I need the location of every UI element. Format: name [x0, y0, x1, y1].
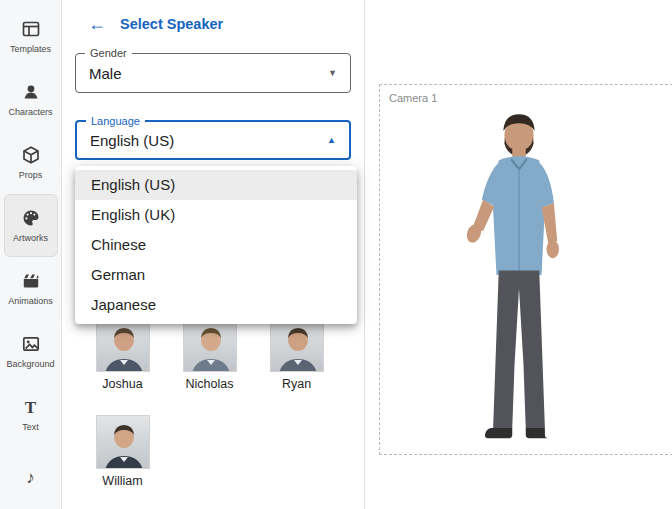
- speaker-ryan[interactable]: Ryan: [253, 318, 340, 391]
- sidebar-item-background[interactable]: Background: [4, 320, 58, 383]
- speaker-photo: [183, 318, 237, 372]
- speaker-william[interactable]: William: [79, 415, 166, 488]
- sidebar-item-templates[interactable]: Templates: [4, 5, 58, 68]
- app-window: Templates Characters Props Artworks Anim: [0, 0, 672, 509]
- props-icon: [21, 145, 41, 165]
- speaker-nicholas[interactable]: Nicholas: [166, 318, 253, 391]
- sidebar: Templates Characters Props Artworks Anim: [0, 0, 62, 509]
- language-options-menu: English (US) English (UK) Chinese German…: [75, 166, 357, 324]
- panel-header: ← Select Speaker: [62, 0, 364, 33]
- chevron-down-icon: ▼: [328, 68, 337, 79]
- camera-label: Camera 1: [389, 92, 437, 104]
- speaker-name: Joshua: [102, 377, 142, 391]
- menu-option-german[interactable]: German: [75, 260, 357, 290]
- text-icon: T: [21, 397, 41, 417]
- page-title: Select Speaker: [120, 16, 223, 32]
- editor-canvas: Camera 1: [365, 0, 672, 509]
- background-icon: [21, 334, 41, 354]
- speaker-photo: [96, 318, 150, 372]
- chevron-up-icon: ▲: [327, 135, 336, 146]
- gender-label: Gender: [85, 47, 132, 59]
- language-select[interactable]: Language English (US) ▲: [75, 120, 351, 160]
- animations-icon: [21, 271, 41, 291]
- sidebar-item-text[interactable]: T Text: [4, 383, 58, 446]
- gender-value: Male: [89, 65, 122, 82]
- speaker-name: William: [102, 474, 142, 488]
- speaker-panel: ← Select Speaker Gender Male ▼ Language …: [62, 0, 365, 509]
- sidebar-item-label: Background: [6, 359, 54, 369]
- sidebar-item-label: Characters: [8, 107, 52, 117]
- language-value: English (US): [90, 132, 174, 149]
- gender-select[interactable]: Gender Male ▼: [75, 53, 351, 93]
- sidebar-item-label: Text: [22, 422, 39, 432]
- speaker-photo: [270, 318, 324, 372]
- artworks-icon: [21, 208, 41, 228]
- speaker-name: Nicholas: [186, 377, 234, 391]
- sidebar-item-music[interactable]: ♪: [4, 446, 58, 509]
- back-button[interactable]: ←: [88, 15, 106, 33]
- speaker-joshua[interactable]: Joshua: [79, 318, 166, 391]
- sidebar-item-label: Artworks: [13, 233, 48, 243]
- character-avatar[interactable]: [440, 95, 598, 455]
- sidebar-item-props[interactable]: Props: [4, 131, 58, 194]
- sidebar-item-label: Templates: [10, 44, 51, 54]
- sidebar-item-label: Animations: [8, 296, 53, 306]
- menu-option-english-uk[interactable]: English (UK): [75, 200, 357, 230]
- menu-option-japanese[interactable]: Japanese: [75, 290, 357, 320]
- templates-icon: [21, 19, 41, 39]
- menu-option-english-us[interactable]: English (US): [75, 170, 357, 200]
- sidebar-item-label: Props: [19, 170, 43, 180]
- sidebar-item-artworks[interactable]: Artworks: [4, 194, 58, 257]
- menu-option-chinese[interactable]: Chinese: [75, 230, 357, 260]
- sidebar-item-animations[interactable]: Animations: [4, 257, 58, 320]
- speaker-photo: [96, 415, 150, 469]
- speaker-name: Ryan: [282, 377, 311, 391]
- music-note-icon: ♪: [21, 468, 41, 488]
- language-label: Language: [86, 115, 145, 127]
- sidebar-item-characters[interactable]: Characters: [4, 68, 58, 131]
- characters-icon: [21, 82, 41, 102]
- camera-frame[interactable]: Camera 1: [379, 84, 672, 455]
- speaker-grid: Joshua Nicholas Ryan William: [62, 318, 364, 488]
